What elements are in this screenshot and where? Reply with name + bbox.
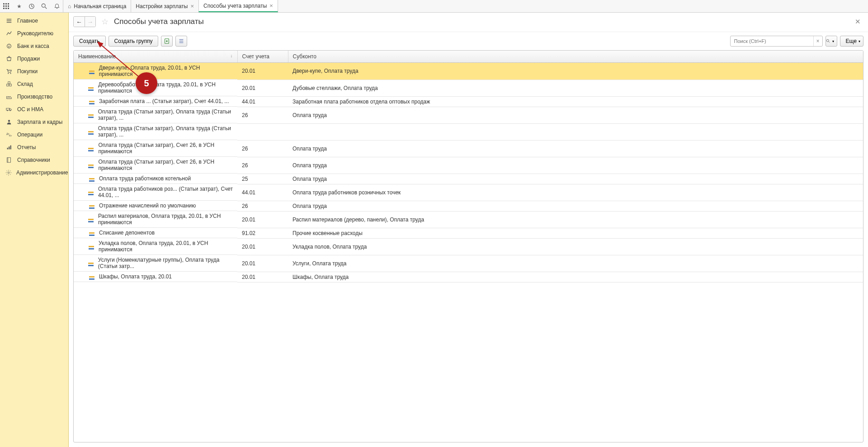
- cell-name-text: Услуги (Номенклатурные группы), Оплата т…: [98, 257, 233, 269]
- star-icon[interactable]: ★: [15, 3, 23, 10]
- svg-rect-22: [6, 108, 9, 110]
- table-row[interactable]: Двери-купе, Оплата труда, 20.01, в УСН п…: [74, 63, 863, 80]
- history-icon[interactable]: [28, 3, 35, 10]
- cell-name: Заработная плата ... (Статьи затрат), Сч…: [74, 96, 237, 107]
- refresh-button[interactable]: [161, 36, 173, 47]
- tab[interactable]: ⌂Начальная страница: [63, 0, 131, 12]
- svg-rect-47: [88, 114, 94, 116]
- search-input[interactable]: [731, 38, 813, 44]
- search-field[interactable]: ×: [730, 36, 823, 47]
- table-row[interactable]: Отражение начислений по умолчанию26Оплат…: [74, 201, 863, 211]
- table-row[interactable]: Заработная плата ... (Статьи затрат), Сч…: [74, 96, 863, 107]
- sidebar-item[interactable]: ₽Банк и касса: [0, 40, 68, 52]
- column-header-account[interactable]: Счет учета: [237, 51, 288, 63]
- sidebar-item[interactable]: Отчеты: [0, 141, 68, 154]
- row-item-icon: [89, 69, 94, 73]
- svg-rect-28: [7, 148, 8, 150]
- svg-rect-41: [89, 71, 94, 72]
- row-item-icon: [89, 177, 94, 180]
- table-row[interactable]: Услуги (Номенклатурные группы), Оплата т…: [74, 255, 863, 272]
- row-item-icon: [88, 217, 94, 221]
- cell-account: 44.01: [237, 184, 288, 201]
- cell-name: Услуги (Номенклатурные группы), Оплата т…: [74, 255, 237, 272]
- table-row[interactable]: Оплата труда (Статьи затрат), Счет 26, в…: [74, 157, 863, 174]
- create-button[interactable]: Создать: [73, 36, 106, 47]
- sidebar-item-label: Отчеты: [17, 144, 36, 151]
- svg-rect-20: [9, 84, 11, 86]
- sidebar-item[interactable]: Руководителю: [0, 27, 68, 40]
- search-icon[interactable]: [41, 3, 48, 10]
- table-row[interactable]: Оплата труда (Статьи затрат), Счет 26, в…: [74, 140, 863, 157]
- svg-rect-46: [89, 103, 94, 104]
- table-row[interactable]: Оплата труда (Статьи затрат), Оплата тру…: [74, 107, 863, 123]
- svg-rect-2: [8, 3, 9, 5]
- tab-label: Настройки зарплаты: [136, 3, 188, 9]
- tab-close-icon[interactable]: ×: [269, 2, 273, 9]
- svg-rect-49: [88, 131, 94, 132]
- sidebar-item[interactable]: Администрирование: [0, 166, 68, 179]
- toolbar: Создать Создать группу × ▾ Еще▾: [69, 32, 868, 50]
- cell-name-text: Шкафы, Оплата труда, 20.01: [99, 273, 172, 280]
- cell-name-text: Двери-купе, Оплата труда, 20.01, в УСН п…: [99, 65, 233, 77]
- svg-rect-62: [88, 221, 94, 222]
- gear-icon: [5, 169, 12, 176]
- tab[interactable]: Способы учета зарплаты×: [198, 0, 278, 12]
- sidebar-item[interactable]: Справочники: [0, 154, 68, 166]
- column-header-name[interactable]: Наименование↓: [74, 51, 237, 63]
- cell-subconto: Двери-купе, Оплата труда: [288, 63, 863, 80]
- sidebar-item[interactable]: Покупки: [0, 65, 68, 78]
- sidebar-item[interactable]: Производство: [0, 90, 68, 103]
- nav-back-button[interactable]: ←: [74, 17, 85, 27]
- cell-account: 26: [237, 157, 288, 174]
- column-header-subconto[interactable]: Субконто: [288, 51, 863, 63]
- cell-name-text: Распил материалов, Оплата труда, 20.01, …: [98, 213, 233, 226]
- table-row[interactable]: Шкафы, Оплата труда, 20.0120.01Шкафы, Оп…: [74, 272, 863, 282]
- create-group-button[interactable]: Создать группу: [108, 36, 159, 47]
- tab[interactable]: Настройки зарплаты×: [131, 0, 199, 12]
- svg-rect-7: [5, 8, 7, 9]
- annotation-badge: 5: [136, 72, 157, 94]
- svg-point-17: [8, 73, 9, 74]
- sidebar-item[interactable]: Зарплата и кадры: [0, 116, 68, 128]
- table-row[interactable]: Укладка полов, Оплата труда, 20.01, в УС…: [74, 238, 863, 255]
- search-clear-icon[interactable]: ×: [813, 36, 822, 46]
- svg-rect-52: [88, 150, 94, 151]
- cell-name: Укладка полов, Оплата труда, 20.01, в УС…: [74, 238, 237, 255]
- cell-name: Отражение начислений по умолчанию: [74, 201, 237, 211]
- cell-subconto: Укладка полов, Оплата труда: [288, 238, 863, 255]
- svg-rect-51: [88, 148, 94, 149]
- svg-point-18: [10, 73, 11, 74]
- table-row[interactable]: Оплата труда (Статьи затрат), Оплата тру…: [74, 123, 863, 140]
- table-row[interactable]: Деревообработка, Оплата труда, 20.01, в …: [74, 80, 863, 96]
- svg-rect-70: [89, 278, 94, 280]
- sidebar-item-label: Производство: [17, 94, 52, 100]
- cell-subconto: Оплата труда работников розничных точек: [288, 184, 863, 201]
- favorite-star-icon[interactable]: ☆: [99, 17, 110, 27]
- tab-close-icon[interactable]: ×: [190, 3, 194, 9]
- person-icon: [5, 118, 13, 126]
- row-item-icon: [89, 275, 94, 278]
- table-row[interactable]: Оплата труда работников роз... (Статьи з…: [74, 184, 863, 201]
- list-mode-button[interactable]: [175, 36, 187, 47]
- nav-forward-button[interactable]: →: [85, 17, 95, 27]
- table-row[interactable]: Оплата труда работников котельной25Оплат…: [74, 174, 863, 184]
- bag-icon: [5, 55, 13, 62]
- sidebar-item[interactable]: Продажи: [0, 52, 68, 65]
- svg-rect-68: [88, 265, 94, 266]
- bell-icon[interactable]: [53, 3, 61, 10]
- sidebar-item[interactable]: ДтКтОперации: [0, 128, 68, 141]
- cell-name: Оплата труда (Статьи затрат), Счет 26, в…: [74, 157, 237, 174]
- apps-icon[interactable]: [3, 3, 10, 10]
- table-row[interactable]: Списание депонентов91.02Прочие косвенные…: [74, 228, 863, 238]
- sidebar-item[interactable]: Главное: [0, 14, 68, 27]
- cell-subconto: Оплата труда: [288, 140, 863, 157]
- sidebar-item-label: Склад: [17, 81, 33, 87]
- boxes-icon: [5, 80, 13, 88]
- sidebar-item[interactable]: ОС и НМА: [0, 103, 68, 116]
- sidebar-item[interactable]: Склад: [0, 78, 68, 90]
- search-settings-button[interactable]: ▾: [826, 36, 837, 47]
- more-button[interactable]: Еще▾: [840, 36, 863, 47]
- svg-line-11: [45, 7, 47, 9]
- close-icon[interactable]: ✕: [852, 18, 863, 26]
- table-row[interactable]: Распил материалов, Оплата труда, 20.01, …: [74, 211, 863, 228]
